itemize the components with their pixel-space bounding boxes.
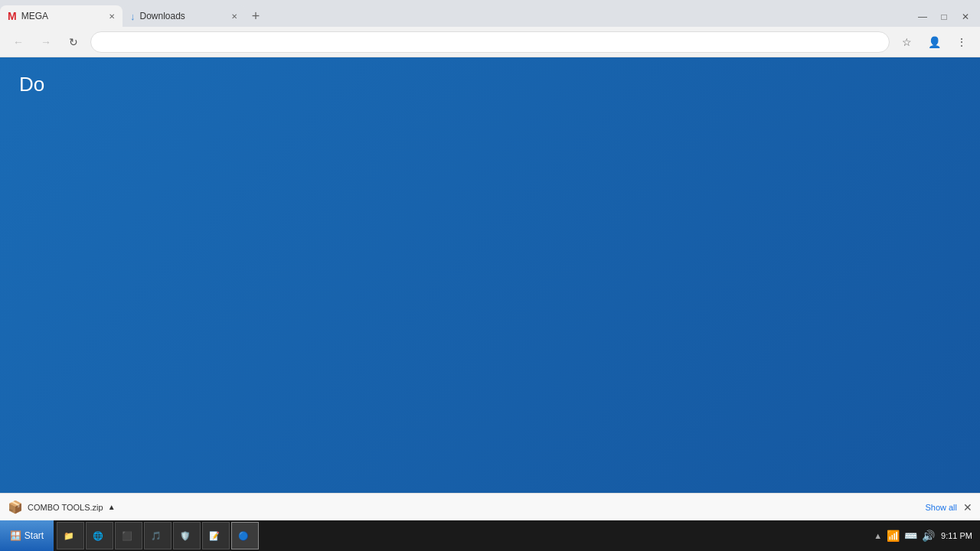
taskbar: 🪟 Start 📁 🌐 ⬛ 🎵 🛡️ 📝 🔵 ▲ 📶 ⌨️ 🔊 <box>0 520 980 551</box>
show-all-link[interactable]: Show all <box>925 503 957 512</box>
antipublic-win-buttons: — ❐ ✕ <box>207 41 251 54</box>
downloads-favicon: ↓ <box>130 11 136 22</box>
taskbar-media-icon: 🎵 <box>151 531 162 541</box>
chrome-window-controls: — □ ✕ <box>908 7 980 27</box>
downloads-bar: 📦 COMBO TOOLS.zip ▲ Show all ✕ <box>0 493 980 520</box>
clock-time: 9:11 PM <box>941 531 972 540</box>
chrome-back-btn[interactable]: ← <box>8 31 29 53</box>
downloads-bar-right: Show all ✕ <box>925 501 972 514</box>
downloads-bar-close-btn[interactable]: ✕ <box>963 501 972 514</box>
profile-btn[interactable]: 👤 <box>923 31 945 53</box>
chrome-minimize-btn[interactable]: — <box>913 7 933 27</box>
taskbar-item-avast[interactable]: 🛡️ <box>173 522 201 549</box>
start-label: Start <box>24 530 44 541</box>
taskbar-item-media[interactable]: 🎵 <box>144 522 172 549</box>
taskbar-items: 📁 🌐 ⬛ 🎵 🛡️ 📝 🔵 <box>54 522 866 549</box>
start-button[interactable]: 🪟 Start <box>0 520 54 551</box>
antipublic-close-btn[interactable]: ✕ <box>237 41 251 54</box>
windows-logo-icon: 🪟 <box>10 530 21 541</box>
chrome-tab-mega[interactable]: M MEGA ✕ <box>0 5 122 27</box>
mega-favicon: M <box>8 10 17 22</box>
taskbar-avast-icon: 🛡️ <box>180 531 191 541</box>
taskbar-item-folder[interactable]: 📁 <box>57 522 84 549</box>
taskbar-item-cmd[interactable]: ⬛ <box>115 522 142 549</box>
bookmark-btn[interactable]: ☆ <box>896 31 917 53</box>
systray-show-hidden-btn[interactable]: ▲ <box>874 531 882 540</box>
chrome-maximize-btn[interactable]: □ <box>934 7 954 27</box>
chrome-close-btn[interactable]: ✕ <box>956 7 975 27</box>
chrome-tab-downloads[interactable]: ↓ Downloads ✕ <box>122 5 245 27</box>
downloads-tab-label: Downloads <box>140 11 185 21</box>
taskbar-right: ▲ 📶 ⌨️ 🔊 9:11 PM <box>866 530 980 542</box>
tray-keyboard-icon: ⌨️ <box>904 530 917 542</box>
new-tab-btn[interactable]: + <box>245 5 266 27</box>
downloads-page-title: Do <box>19 73 44 96</box>
mega-tab-close-icon[interactable]: ✕ <box>109 12 115 21</box>
chrome-refresh-btn[interactable]: ↻ <box>63 31 84 53</box>
antipublic-minimize-btn[interactable]: — <box>207 41 220 54</box>
menu-btn[interactable]: ⋮ <box>951 31 972 53</box>
antipublic-restore-btn[interactable]: ❐ <box>222 41 236 54</box>
chrome-forward-btn[interactable]: → <box>35 31 57 53</box>
taskbar-clock[interactable]: 9:11 PM <box>941 531 972 540</box>
chrome-tabs-bar: M MEGA ✕ ↓ Downloads ✕ + — □ ✕ <box>0 0 980 27</box>
chrome-content-bg: Do <box>0 57 980 520</box>
tray-volume-icon: 🔊 <box>922 530 935 542</box>
download-filename: COMBO TOOLS.zip <box>28 503 103 512</box>
download-file-icon: 📦 <box>8 500 23 514</box>
taskbar-folder-icon: 📁 <box>64 531 74 541</box>
taskbar-active-icon: 🔵 <box>238 531 249 541</box>
downloads-tab-close-icon[interactable]: ✕ <box>231 12 237 21</box>
taskbar-notepad-icon: 📝 <box>209 531 220 541</box>
download-chevron-icon[interactable]: ▲ <box>108 503 116 511</box>
systray: ▲ 📶 ⌨️ 🔊 <box>874 530 935 542</box>
taskbar-item-active[interactable]: 🔵 <box>231 522 259 549</box>
taskbar-cmd-icon: ⬛ <box>122 531 132 541</box>
taskbar-item-ie[interactable]: 🌐 <box>86 522 113 549</box>
taskbar-item-notepad[interactable]: 📝 <box>202 522 230 549</box>
mega-tab-label: MEGA <box>21 11 48 21</box>
taskbar-ie-icon: 🌐 <box>93 531 103 541</box>
download-item-combo: 📦 COMBO TOOLS.zip ▲ <box>8 500 116 514</box>
tray-network-icon: 📶 <box>887 530 900 542</box>
